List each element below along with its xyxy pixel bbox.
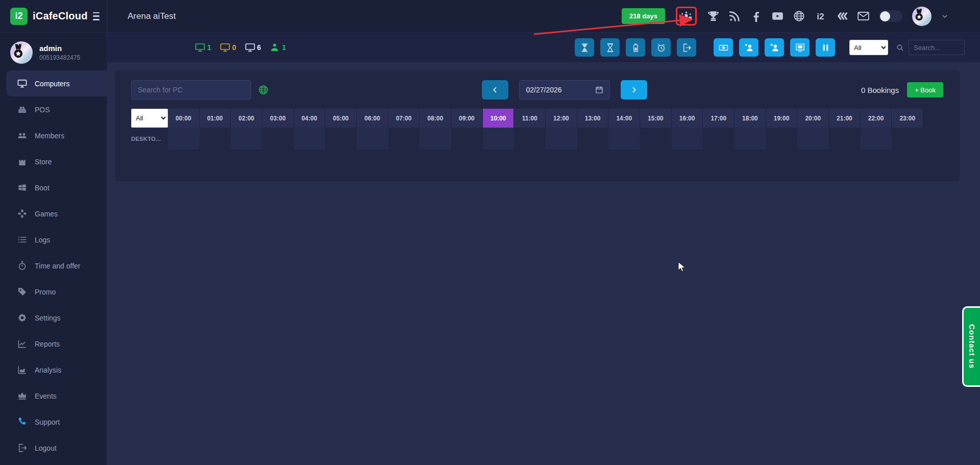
booking-cell-05:00[interactable] xyxy=(325,128,357,150)
sidebar-item-reports[interactable]: Reports xyxy=(6,331,107,357)
status-filter-select[interactable]: All xyxy=(849,40,888,55)
counter-online-pcs[interactable]: 1 xyxy=(195,42,211,53)
battery-button[interactable] xyxy=(626,38,645,57)
kiosk-button[interactable] xyxy=(790,38,810,57)
booking-cell-15:00[interactable] xyxy=(640,128,672,150)
hourglass-button[interactable] xyxy=(575,38,594,57)
contact-us-tab[interactable]: Contact us xyxy=(962,306,980,387)
pc-search-input[interactable] xyxy=(131,80,251,100)
sidebar-item-games[interactable]: Games xyxy=(6,201,107,227)
facebook-icon[interactable] xyxy=(750,10,762,22)
sidebar-nav: Computers POS Members Store Boot Games xyxy=(0,70,107,461)
menu-toggle-button[interactable] xyxy=(93,12,100,20)
booking-cell-09:00[interactable] xyxy=(451,128,483,150)
sidebar-item-events[interactable]: Events xyxy=(6,383,107,409)
date-picker[interactable]: 02/27/2026 xyxy=(519,80,610,100)
user-avatar[interactable] xyxy=(912,7,932,26)
sidebar-item-promo[interactable]: Promo xyxy=(6,279,107,305)
svg-text:i2: i2 xyxy=(817,11,824,21)
cash-button[interactable] xyxy=(714,38,733,57)
booking-cell-16:00[interactable] xyxy=(672,128,703,150)
subscription-days-badge[interactable]: 218 days xyxy=(622,8,665,24)
bookings-summary: 0 Bookings + Book xyxy=(861,82,943,97)
booking-cell-17:00[interactable] xyxy=(703,128,734,150)
booking-cell-18:00[interactable] xyxy=(734,128,766,150)
sidebar-item-store[interactable]: Store xyxy=(6,149,107,175)
booking-cell-19:00[interactable] xyxy=(766,128,798,150)
add-guest-button[interactable] xyxy=(765,38,784,57)
sidebar-item-boot[interactable]: Boot xyxy=(6,175,107,201)
counter-members-online[interactable]: 1 xyxy=(270,42,286,53)
globe-icon[interactable] xyxy=(793,10,805,22)
book-button[interactable]: + Book xyxy=(907,82,943,97)
sidebar-avatar[interactable] xyxy=(10,41,33,64)
booking-cell-04:00[interactable] xyxy=(294,128,326,150)
sidebar-item-pos[interactable]: POS xyxy=(6,96,107,123)
header-actions: 218 days i2 xyxy=(622,7,980,26)
user-name: admin xyxy=(39,44,80,53)
next-day-button[interactable] xyxy=(621,80,647,100)
time-header-16:00: 16:00 xyxy=(672,109,703,128)
checkout-button[interactable] xyxy=(677,38,696,57)
youtube-icon[interactable] xyxy=(772,10,783,22)
icafecloud-app: i2 iCafeCloud Arena aiTest 218 days i2 a… xyxy=(0,0,980,465)
booking-cell-11:00[interactable] xyxy=(514,128,546,150)
page-title: Arena aiTest xyxy=(128,11,176,21)
booking-cell-00:00[interactable] xyxy=(168,128,200,150)
booking-cell-13:00[interactable] xyxy=(577,128,609,150)
time-header-06:00: 06:00 xyxy=(357,109,388,128)
mail-icon[interactable] xyxy=(857,10,869,22)
alarm-button[interactable] xyxy=(651,38,671,57)
timeline-filter-select[interactable]: All xyxy=(131,109,168,128)
counter-busy-pcs[interactable]: 0 xyxy=(220,42,236,53)
sidebar-user-card: admin 005193482475 xyxy=(0,33,107,70)
booking-cell-21:00[interactable] xyxy=(829,128,861,150)
booking-cell-14:00[interactable] xyxy=(608,128,640,150)
booking-cell-20:00[interactable] xyxy=(797,128,829,150)
leaderboard-icon[interactable] xyxy=(676,7,697,26)
time-header-19:00: 19:00 xyxy=(766,109,798,128)
booking-cell-10:00[interactable] xyxy=(483,128,514,150)
hourglass-outline-button[interactable] xyxy=(600,38,620,57)
region-globe-icon[interactable] xyxy=(258,85,268,95)
booking-cell-08:00[interactable] xyxy=(420,128,451,150)
brand-name: iCafeCloud xyxy=(33,10,88,22)
time-header-15:00: 15:00 xyxy=(640,109,672,128)
layers-icon[interactable] xyxy=(836,10,848,22)
sidebar-item-computers[interactable]: Computers xyxy=(6,70,107,96)
sidebar-item-analysis[interactable]: Analysis xyxy=(6,357,107,383)
main-content: 02/27/2026 0 Bookings + Book All 00:0001… xyxy=(107,62,980,465)
sidebar-item-time-and-offer[interactable]: Time and offer xyxy=(6,253,107,279)
booking-cell-06:00[interactable] xyxy=(357,128,388,150)
booking-cell-12:00[interactable] xyxy=(546,128,577,150)
booking-cell-02:00[interactable] xyxy=(231,128,262,150)
booking-cell-23:00[interactable] xyxy=(892,128,923,150)
sidebar-item-support[interactable]: Support xyxy=(6,409,107,435)
theme-toggle[interactable] xyxy=(879,10,902,22)
add-member-star-button[interactable] xyxy=(739,38,758,57)
trophy-icon[interactable] xyxy=(707,10,719,22)
toolbar-search-input[interactable] xyxy=(909,40,965,55)
user-menu-chevron-icon[interactable] xyxy=(941,13,948,20)
toolbar-search xyxy=(896,40,965,55)
previous-day-button[interactable] xyxy=(482,80,508,100)
icafe-mark-icon[interactable]: i2 xyxy=(815,10,826,22)
sidebar-item-logout[interactable]: Logout xyxy=(6,435,107,461)
sidebar-item-settings[interactable]: Settings xyxy=(6,305,107,331)
booking-cell-03:00[interactable] xyxy=(262,128,294,150)
booking-cell-01:00[interactable] xyxy=(200,128,231,150)
time-header-12:00: 12:00 xyxy=(546,109,577,128)
sidebar-item-members[interactable]: Members xyxy=(6,123,107,149)
rss-icon[interactable] xyxy=(729,10,741,22)
toolbar: 1 0 6 1 All xyxy=(107,33,980,62)
time-header-17:00: 17:00 xyxy=(703,109,734,128)
sidebar-item-logs[interactable]: Logs xyxy=(6,227,107,253)
sidebar: admin 005193482475 Computers POS Members… xyxy=(0,33,107,465)
time-header-03:00: 03:00 xyxy=(262,109,294,128)
booking-cell-07:00[interactable] xyxy=(388,128,420,150)
pause-button[interactable] xyxy=(816,38,835,57)
counter-offline-pcs[interactable]: 6 xyxy=(245,42,261,53)
time-header-07:00: 07:00 xyxy=(388,109,420,128)
booking-cell-22:00[interactable] xyxy=(861,128,892,150)
time-header-01:00: 01:00 xyxy=(200,109,231,128)
